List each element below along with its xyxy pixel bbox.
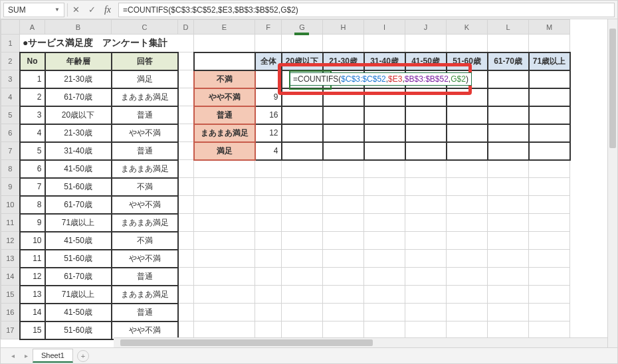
cell[interactable] (405, 35, 447, 52)
cell[interactable] (405, 124, 447, 142)
cell[interactable] (178, 70, 194, 88)
cell-no[interactable]: 1 (20, 70, 45, 88)
cell[interactable] (364, 178, 405, 196)
cell[interactable] (529, 88, 570, 106)
cell[interactable] (364, 232, 405, 250)
cell[interactable] (194, 196, 255, 214)
cell[interactable] (488, 286, 529, 304)
cell[interactable] (488, 35, 529, 52)
cell-age[interactable]: 51-60歳 (45, 321, 112, 339)
cell[interactable] (364, 214, 405, 232)
row-header[interactable]: 2 (1, 52, 20, 70)
cell[interactable] (405, 160, 447, 178)
cell[interactable] (405, 321, 447, 339)
cell[interactable] (255, 321, 282, 339)
cell-answer[interactable]: まあまあ満足 (112, 88, 178, 106)
cell[interactable] (364, 321, 405, 339)
cell-answer[interactable]: 不満 (112, 232, 178, 250)
row-header[interactable]: 10 (1, 196, 20, 214)
cell-age[interactable]: 71歳以上 (45, 286, 112, 304)
cell[interactable] (282, 160, 323, 178)
cell-answer[interactable]: やや不満 (112, 196, 178, 214)
cell-no[interactable]: 2 (20, 88, 45, 106)
chevron-down-icon[interactable]: ▼ (54, 7, 60, 13)
cell[interactable] (488, 142, 529, 160)
cell[interactable] (488, 106, 529, 124)
cell-age[interactable]: 61-70歳 (45, 268, 112, 286)
cell[interactable] (323, 321, 364, 339)
row-header[interactable]: 15 (1, 286, 20, 304)
cell[interactable] (405, 88, 447, 106)
cell[interactable] (178, 124, 194, 142)
col-header[interactable]: A (20, 20, 45, 35)
cell[interactable] (255, 196, 282, 214)
cell[interactable] (364, 106, 405, 124)
cell[interactable] (529, 178, 570, 196)
col-header[interactable]: F (255, 20, 282, 35)
cell[interactable] (282, 232, 323, 250)
cell-answer[interactable]: まあまあ満足 (112, 286, 178, 304)
cell-no[interactable]: 7 (20, 178, 45, 196)
cell[interactable] (323, 160, 364, 178)
col-header[interactable]: C (112, 20, 178, 35)
cell[interactable] (447, 232, 488, 250)
cell-age[interactable]: 71歳以上 (45, 214, 112, 232)
cell-age[interactable]: 41-50歳 (45, 304, 112, 321)
cell[interactable] (529, 142, 570, 160)
cell[interactable] (178, 268, 194, 286)
cell[interactable] (178, 321, 194, 339)
col-header[interactable]: E (194, 20, 255, 35)
cell[interactable] (447, 196, 488, 214)
cell[interactable] (488, 178, 529, 196)
cell[interactable] (447, 214, 488, 232)
cell[interactable] (178, 232, 194, 250)
cell-answer[interactable]: やや不満 (112, 250, 178, 268)
cell[interactable] (447, 268, 488, 286)
cell[interactable] (178, 286, 194, 304)
cell-no[interactable]: 4 (20, 124, 45, 142)
row-header[interactable]: 12 (1, 232, 20, 250)
cell[interactable] (282, 214, 323, 232)
cell[interactable] (194, 304, 255, 321)
cell[interactable] (323, 142, 364, 160)
cell[interactable] (529, 250, 570, 268)
cell[interactable] (488, 124, 529, 142)
col-header[interactable]: B (45, 20, 112, 35)
row-header[interactable]: 13 (1, 250, 20, 268)
cell[interactable] (529, 35, 570, 52)
cell-age[interactable]: 21-30歳 (45, 70, 112, 88)
cell[interactable] (178, 160, 194, 178)
cell[interactable] (194, 286, 255, 304)
cell[interactable] (364, 250, 405, 268)
cell-total[interactable] (255, 70, 282, 88)
cell[interactable] (282, 304, 323, 321)
cell-age[interactable]: 61-70歳 (45, 88, 112, 106)
cell[interactable] (282, 106, 323, 124)
formula-input[interactable]: =COUNTIFS($C$3:$C$52,$E3,$B$3:$B$52,G$2) (118, 3, 615, 17)
cancel-formula-button[interactable]: ✕ (68, 3, 84, 17)
cell[interactable] (364, 196, 405, 214)
cell[interactable] (405, 304, 447, 321)
cell-answer[interactable]: 普通 (112, 304, 178, 321)
cell[interactable] (488, 196, 529, 214)
cell[interactable] (323, 178, 364, 196)
cell-age[interactable]: 51-60歳 (45, 250, 112, 268)
add-sheet-button[interactable]: + (77, 350, 89, 362)
col-header[interactable]: K (447, 20, 488, 35)
cell-answer[interactable]: まあまあ満足 (112, 214, 178, 232)
cell[interactable] (255, 286, 282, 304)
cell-no[interactable]: 13 (20, 286, 45, 304)
horizontal-scrollbar[interactable] (114, 337, 607, 347)
cell[interactable] (323, 106, 364, 124)
cell[interactable] (194, 52, 255, 70)
row-header[interactable]: 5 (1, 106, 20, 124)
cell[interactable] (447, 142, 488, 160)
cell[interactable] (364, 286, 405, 304)
cell[interactable] (194, 35, 255, 52)
cell[interactable] (529, 214, 570, 232)
cell[interactable] (323, 268, 364, 286)
cell-no[interactable]: 12 (20, 268, 45, 286)
cell[interactable] (194, 321, 255, 339)
cell[interactable] (282, 286, 323, 304)
cell[interactable] (529, 268, 570, 286)
